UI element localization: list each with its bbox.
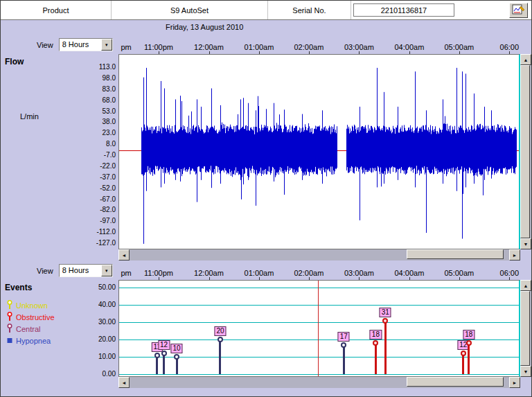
scroll-track[interactable] [520, 291, 531, 366]
events-horizontal-scrollbar[interactable]: ◄ ► [118, 377, 520, 388]
flow-chart-area[interactable] [118, 54, 520, 249]
event-marker-head[interactable] [341, 342, 346, 348]
flow-y-tick-label: -22.0 [100, 162, 116, 170]
time-cursor-line[interactable] [318, 281, 319, 376]
flow-horizontal-scrollbar[interactable]: ◄ ► [118, 249, 520, 261]
legend-central: Central [6, 323, 55, 335]
event-marker-stem[interactable] [219, 339, 221, 374]
event-marker-stem[interactable] [462, 353, 464, 374]
flow-y-tick-label: -52.0 [100, 184, 116, 192]
time-axis-label: 11:00pm [144, 269, 173, 277]
flow-waveform[interactable] [119, 55, 519, 249]
event-marker-head[interactable] [382, 318, 388, 324]
event-marker-stem[interactable] [163, 353, 165, 374]
hscroll-corner [520, 377, 531, 389]
scroll-down-button[interactable]: ▼ [520, 366, 531, 377]
report-chart-button[interactable] [509, 3, 528, 18]
product-label: Product [1, 1, 112, 19]
product-value: S9 AutoSet [112, 1, 268, 19]
time-axis-label: 04:00am [395, 269, 425, 277]
obstructive-marker-icon [6, 312, 13, 323]
time-axis-label: 06:00 [500, 43, 520, 51]
flow-y-tick-label: -127.0 [96, 239, 116, 247]
flow-view-value: 8 Hours [60, 39, 101, 51]
flow-y-tick-label: -97.0 [100, 217, 116, 224]
flow-time-axis: pm11:00pm12:00am01:00am02:00am03:00am04:… [118, 35, 520, 54]
events-chart-area[interactable]: 111210201718311218 [118, 280, 520, 377]
flow-sidebar: Flow L/min 113.098.083.068.053.038.023.0… [1, 54, 118, 249]
event-marker-stem[interactable] [468, 343, 470, 374]
flow-y-tick-label: -37.0 [100, 173, 116, 181]
event-marker-stem[interactable] [384, 321, 387, 375]
event-marker-head[interactable] [461, 351, 466, 356]
events-gridline [119, 305, 519, 306]
event-marker-head[interactable] [218, 337, 223, 342]
chevron-down-icon[interactable]: ▼ [101, 265, 112, 276]
legend-label: Central [16, 325, 40, 333]
scroll-thumb[interactable] [520, 65, 530, 238]
events-y-tick-label: 20.00 [98, 335, 116, 343]
event-duration-label: 20 [214, 326, 226, 336]
scroll-thumb[interactable] [407, 377, 504, 387]
flow-view-select[interactable]: 8 Hours ▼ [59, 38, 113, 51]
flow-view-label: View [37, 41, 53, 49]
flow-y-tick-label: 98.0 [103, 74, 116, 82]
events-gridline [119, 322, 519, 323]
event-marker-head[interactable] [154, 353, 160, 358]
time-axis-label: 02:00am [294, 43, 324, 51]
flow-view-row: View 8 Hours ▼ pm11:00pm12:00am01:00am02… [1, 35, 531, 54]
flow-y-tick-label: 38.0 [103, 118, 116, 125]
events-vertical-scrollbar[interactable]: ▲ ▼ [520, 280, 531, 377]
scroll-track[interactable] [130, 249, 509, 261]
flow-y-tick-label: 23.0 [103, 129, 116, 136]
flow-y-tick-label: 113.0 [99, 63, 116, 71]
events-gridline [119, 288, 519, 288]
unknown-marker-icon [6, 300, 13, 311]
events-title: Events [5, 283, 32, 292]
time-axis-label: pm [121, 43, 131, 51]
hscroll-spacer [1, 377, 118, 389]
time-axis-label: 12:00am [194, 43, 224, 51]
flow-title: Flow [5, 57, 24, 67]
scroll-track[interactable] [130, 377, 509, 388]
event-duration-label: 10 [171, 344, 183, 353]
event-marker-head[interactable] [466, 340, 472, 346]
event-marker-head[interactable] [174, 354, 179, 360]
flow-y-tick-label: -7.0 [104, 151, 116, 159]
event-marker-head[interactable] [161, 351, 167, 356]
time-axis-label: 05:00am [444, 43, 474, 51]
flow-y-tick-label: 83.0 [103, 85, 116, 93]
status-strip [1, 389, 531, 397]
date-header-row: Friday, 13 August 2010 [1, 20, 531, 35]
flow-panel: Flow L/min 113.098.083.068.053.038.023.0… [1, 54, 531, 249]
legend-label: Obstructive [16, 313, 55, 321]
scroll-left-button[interactable]: ◄ [118, 249, 130, 261]
events-view-select[interactable]: 8 Hours ▼ [59, 264, 113, 277]
flow-y-tick-label: -82.0 [100, 206, 116, 213]
scroll-thumb[interactable] [520, 291, 530, 366]
serial-value-field: 22101136817 [353, 3, 454, 17]
events-y-tick-label: 10.00 [98, 353, 116, 360]
time-axis-label: 06:00 [500, 269, 520, 277]
chevron-down-icon[interactable]: ▼ [101, 39, 112, 51]
event-marker-stem[interactable] [343, 345, 345, 375]
events-legend: UnknownObstructiveCentralHypopnea [6, 299, 55, 346]
scroll-down-button[interactable]: ▼ [520, 238, 531, 249]
time-axis-label: 01:00am [245, 43, 274, 51]
scroll-thumb[interactable] [407, 249, 504, 259]
event-duration-label: 18 [370, 330, 382, 339]
event-marker-stem[interactable] [156, 355, 158, 375]
scroll-right-button[interactable]: ► [509, 377, 520, 388]
scroll-right-button[interactable]: ► [509, 249, 520, 261]
flow-hscroll-row: ◄ ► [1, 249, 531, 261]
event-marker-stem[interactable] [375, 343, 377, 374]
scroll-up-button[interactable]: ▲ [520, 280, 531, 291]
hscroll-spacer [1, 249, 118, 261]
scroll-up-button[interactable]: ▲ [520, 54, 531, 65]
event-marker-head[interactable] [373, 340, 378, 346]
time-axis-label: 05:00am [444, 269, 474, 277]
scroll-left-button[interactable]: ◄ [118, 377, 130, 388]
serial-label: Serial No. [268, 1, 351, 19]
flow-vertical-scrollbar[interactable]: ▲ ▼ [520, 54, 531, 249]
scroll-track[interactable] [520, 65, 531, 238]
